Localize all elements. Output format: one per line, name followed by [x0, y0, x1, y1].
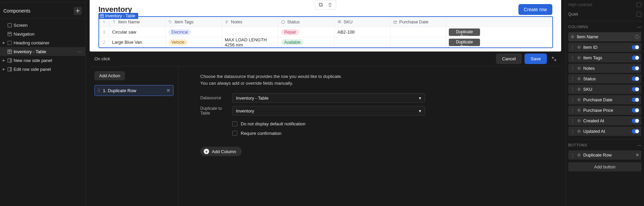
- column-config-row[interactable]: ⋮Purchase Date: [568, 95, 641, 104]
- column-header[interactable]: Notes: [222, 17, 278, 27]
- drag-handle-icon[interactable]: ⋮: [570, 55, 575, 60]
- column-visibility-toggle[interactable]: [632, 119, 639, 123]
- cell-item-tags[interactable]: Vehicle: [166, 37, 222, 47]
- collapse-icon[interactable]: —: [638, 25, 642, 29]
- quiet-checkbox[interactable]: [637, 12, 641, 17]
- action-item-duplicate-row[interactable]: 1. Duplicate Row ✕: [94, 85, 173, 96]
- drag-handle-icon[interactable]: ⋮: [570, 76, 575, 81]
- column-visibility-toggle[interactable]: [632, 87, 639, 91]
- cancel-button[interactable]: Cancel: [496, 54, 522, 64]
- column-visibility-toggle[interactable]: [632, 66, 639, 70]
- column-config-row[interactable]: ⋮Status: [568, 74, 641, 83]
- copy-icon[interactable]: [319, 3, 323, 7]
- drag-handle-icon[interactable]: ⋮: [570, 45, 575, 50]
- column-visibility-toggle[interactable]: [632, 77, 639, 81]
- high-contrast-checkbox[interactable]: [637, 2, 641, 7]
- column-header[interactable]: SKU: [335, 17, 390, 27]
- gear-icon[interactable]: [577, 45, 581, 49]
- add-component-button[interactable]: [74, 7, 82, 15]
- column-config-row[interactable]: ⋮Created At: [568, 116, 641, 125]
- chevron-right-icon[interactable]: ▶: [2, 67, 5, 71]
- gear-icon[interactable]: [577, 119, 581, 123]
- trash-icon[interactable]: [328, 3, 332, 7]
- gear-icon[interactable]: [577, 153, 581, 157]
- collapse-icon[interactable]: —: [638, 143, 642, 147]
- chevron-right-icon[interactable]: ▶: [2, 59, 5, 62]
- cell-item-name[interactable]: Circular saw: [109, 27, 166, 37]
- drag-handle-icon[interactable]: ⋮: [570, 97, 575, 102]
- column-config-row[interactable]: ⋮SKU: [568, 85, 641, 94]
- gear-icon[interactable]: [577, 77, 581, 81]
- column-config-row[interactable]: ⋮Notes: [568, 64, 641, 73]
- datasource-select[interactable]: Inventory - Table ▾: [232, 93, 425, 103]
- gear-icon[interactable]: [577, 108, 581, 112]
- cell-status[interactable]: Available: [278, 37, 335, 47]
- tree-item-screen[interactable]: Screen: [0, 21, 85, 29]
- inventory-table[interactable]: • Item Name Item Tags Notes Status SKU P…: [98, 16, 553, 48]
- duplicate-to-select[interactable]: Inventory ▾: [232, 106, 425, 116]
- column-config-item-name[interactable]: Item Name ⓘ: [568, 32, 641, 41]
- drag-handle-icon[interactable]: ⋮: [570, 66, 575, 71]
- columns-section-header[interactable]: Columns —: [568, 21, 641, 32]
- selection-tag[interactable]: Inventory - Table: [98, 13, 138, 19]
- drag-handle-icon[interactable]: [97, 88, 100, 92]
- chevron-right-icon[interactable]: ▶: [2, 41, 5, 44]
- table-row[interactable]: 2 Large Blue Van Vehicle MAX LOAD LENGTH…: [99, 37, 552, 47]
- tree-item-edit-row-panel[interactable]: ▶ Edit row side panel: [0, 65, 85, 74]
- expand-icon[interactable]: [552, 57, 556, 61]
- column-config-row[interactable]: ⋮Updated At: [568, 127, 641, 136]
- duplicate-row-button[interactable]: Duplicate Row: [449, 39, 480, 46]
- cell-sku[interactable]: [335, 37, 390, 47]
- column-visibility-toggle[interactable]: [632, 56, 639, 60]
- cell-sku[interactable]: AB2-100: [335, 27, 390, 37]
- drag-handle-icon[interactable]: ⋮: [570, 129, 575, 134]
- drag-handle-icon[interactable]: ⋮: [570, 152, 575, 158]
- tree-item-inventory-table[interactable]: Inventory - Table ⋯: [0, 47, 85, 56]
- tree-item-navigation[interactable]: Navigation: [0, 29, 85, 38]
- tree-item-heading-container[interactable]: ▶ Heading container: [0, 38, 85, 47]
- cell-date[interactable]: [390, 27, 446, 37]
- column-visibility-toggle[interactable]: [632, 98, 639, 102]
- add-action-button[interactable]: Add Action: [94, 71, 125, 80]
- close-icon[interactable]: ✕: [166, 88, 170, 93]
- column-header[interactable]: Purchase Date: [390, 17, 446, 27]
- column-visibility-toggle[interactable]: [632, 45, 639, 49]
- column-header[interactable]: Item Tags: [166, 17, 222, 27]
- gear-icon[interactable]: [577, 66, 581, 70]
- column-config-row[interactable]: ⋮Purchase Price: [568, 106, 641, 115]
- cell-notes[interactable]: [222, 27, 278, 37]
- info-icon[interactable]: ⓘ: [635, 34, 639, 40]
- close-icon[interactable]: ✕: [636, 152, 639, 158]
- column-config-row[interactable]: ⋮Item ID: [568, 43, 641, 52]
- buttons-section-header[interactable]: Buttons —: [568, 139, 641, 150]
- add-column-button[interactable]: + Add Column: [200, 147, 242, 156]
- save-button[interactable]: Save: [525, 54, 547, 64]
- drag-handle-icon[interactable]: ⋮: [570, 87, 575, 92]
- column-config-row[interactable]: ⋮Item Tags: [568, 53, 641, 62]
- add-button-button[interactable]: Add button: [568, 162, 641, 171]
- no-notification-checkbox[interactable]: [232, 121, 237, 126]
- cell-notes[interactable]: MAX LOAD LENGTH 4256 mm: [222, 37, 278, 47]
- gear-icon[interactable]: [577, 129, 581, 133]
- table-icon: [7, 49, 12, 54]
- column-header[interactable]: Status: [278, 17, 335, 27]
- require-confirmation-checkbox[interactable]: [232, 131, 237, 136]
- gear-icon[interactable]: [577, 87, 581, 91]
- table-row[interactable]: 1 Circular saw Electrical Repair AB2-100…: [99, 27, 552, 37]
- gear-icon[interactable]: [570, 35, 575, 39]
- cell-status[interactable]: Repair: [278, 27, 335, 37]
- drag-handle-icon[interactable]: ⋮: [570, 108, 575, 113]
- cell-item-tags[interactable]: Electrical: [166, 27, 222, 37]
- gear-icon[interactable]: [577, 56, 581, 60]
- tree-item-new-row-panel[interactable]: ▶ New row side panel: [0, 56, 85, 65]
- gear-icon[interactable]: [577, 98, 581, 102]
- more-icon[interactable]: ⋯: [77, 49, 82, 54]
- create-row-button[interactable]: Create row: [518, 4, 552, 15]
- duplicate-row-button[interactable]: Duplicate Row: [449, 28, 480, 36]
- cell-date[interactable]: [390, 37, 446, 47]
- button-config-duplicate-row[interactable]: ⋮ Duplicate Row ✕: [568, 150, 641, 160]
- column-visibility-toggle[interactable]: [632, 108, 639, 112]
- cell-item-name[interactable]: Large Blue Van: [109, 37, 166, 47]
- drag-handle-icon[interactable]: ⋮: [570, 118, 575, 123]
- column-visibility-toggle[interactable]: [632, 129, 639, 133]
